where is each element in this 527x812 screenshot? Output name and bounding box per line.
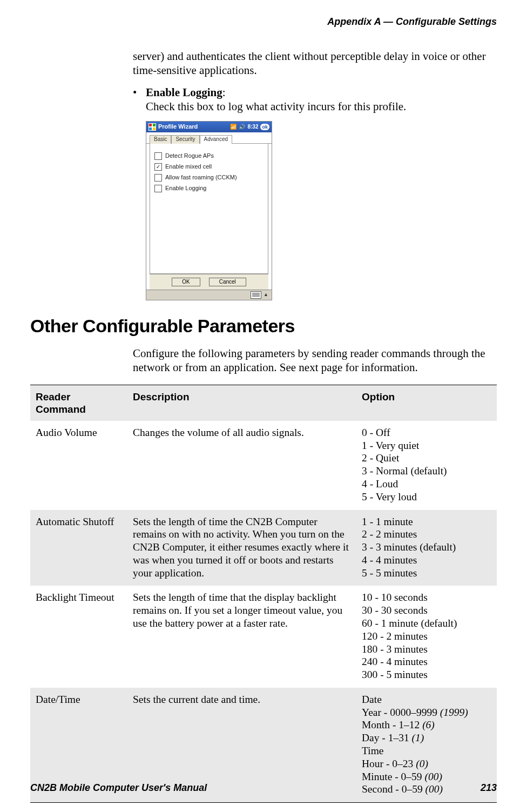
cell-desc: Changes the volume of all audio signals. (127, 421, 356, 510)
check-label: Allow fast roaming (CCKM) (165, 174, 237, 182)
svg-rect-1 (153, 124, 156, 126)
intro-paragraph: server) and authenticates the client wit… (133, 49, 486, 78)
advanced-pane: Detect Rogue APs ✓ Enable mixed cell All… (150, 144, 268, 274)
cell-desc: Sets the length of time the CN2B Compute… (127, 510, 356, 586)
cancel-button[interactable]: Cancel (209, 278, 246, 287)
table-header-row: Reader Command Description Option (30, 385, 497, 421)
ok-softkey[interactable]: ok (260, 124, 269, 130)
page-number: 213 (481, 782, 497, 794)
checkbox-icon[interactable] (154, 185, 162, 192)
col-option: Option (356, 385, 497, 421)
cell-opt: 1 - 1 minute 2 - 2 minutes 3 - 3 minutes… (356, 510, 497, 586)
cell-opt: 10 - 10 seconds 30 - 30 seconds 60 - 1 m… (356, 586, 497, 687)
cell-desc: Sets the length of time that the display… (127, 586, 356, 687)
check-label: Enable Logging (165, 185, 206, 192)
section-heading: Other Configurable Parameters (30, 316, 497, 337)
cell-cmd: Backlight Timeout (30, 586, 127, 687)
svg-rect-3 (153, 127, 156, 130)
clock: 8:32 (247, 124, 258, 131)
table-row: Audio Volume Changes the volume of all a… (30, 421, 497, 510)
window-title: Profile Wizard (158, 123, 228, 131)
checkbox-icon[interactable] (154, 174, 162, 182)
bullet-enable-logging: Enable Logging: Check this box to log wh… (133, 85, 486, 114)
footer-title: CN2B Mobile Computer User's Manual (30, 782, 207, 794)
running-head: Appendix A — Configurable Settings (30, 16, 497, 28)
windows-start-icon[interactable] (148, 123, 156, 131)
speaker-icon: 🔊 (239, 124, 245, 131)
bullet-text: Check this box to log what activity incu… (146, 100, 406, 113)
signal-icon: 📶 (230, 124, 237, 131)
check-detect-rogue[interactable]: Detect Rogue APs (154, 152, 264, 160)
section-intro: Configure the following parameters by se… (133, 346, 486, 375)
check-enable-logging[interactable]: Enable Logging (154, 185, 264, 192)
checkbox-icon[interactable]: ✓ (154, 163, 162, 171)
tab-bar: Basic Security Advanced (146, 132, 272, 144)
check-label: Detect Rogue APs (165, 152, 214, 160)
page-footer: CN2B Mobile Computer User's Manual 213 (30, 782, 497, 794)
col-reader-command: Reader Command (30, 385, 127, 421)
bullet-label: Enable Logging (146, 86, 222, 99)
ok-button[interactable]: OK (172, 278, 200, 287)
cell-opt: 0 - Off 1 - Very quiet 2 - Quiet 3 - Nor… (356, 421, 497, 510)
profile-wizard-screenshot: Profile Wizard 📶 🔊 8:32 ok Basic Securit… (146, 121, 272, 300)
cell-cmd: Automatic Shutoff (30, 510, 127, 586)
tab-advanced[interactable]: Advanced (200, 135, 232, 144)
keyboard-icon[interactable] (251, 291, 261, 299)
titlebar: Profile Wizard 📶 🔊 8:32 ok (146, 122, 272, 132)
checkbox-icon[interactable] (154, 152, 162, 160)
tab-security[interactable]: Security (171, 135, 199, 144)
table-row: Backlight Timeout Sets the length of tim… (30, 586, 497, 687)
sip-bar: ▲ (146, 290, 272, 300)
check-label: Enable mixed cell (165, 163, 212, 171)
col-description: Description (127, 385, 356, 421)
cell-cmd: Audio Volume (30, 421, 127, 510)
svg-rect-0 (149, 124, 152, 126)
tab-basic[interactable]: Basic (150, 135, 171, 144)
sip-arrow-icon[interactable]: ▲ (264, 292, 268, 298)
parameters-table: Reader Command Description Option Audio … (30, 385, 497, 803)
bullet-colon: : (222, 86, 226, 99)
svg-rect-2 (149, 127, 152, 130)
check-allow-cckm[interactable]: Allow fast roaming (CCKM) (154, 174, 264, 182)
table-row: Automatic Shutoff Sets the length of tim… (30, 510, 497, 586)
dialog-button-bar: OK Cancel (150, 274, 268, 290)
check-enable-mixed-cell[interactable]: ✓ Enable mixed cell (154, 163, 264, 171)
